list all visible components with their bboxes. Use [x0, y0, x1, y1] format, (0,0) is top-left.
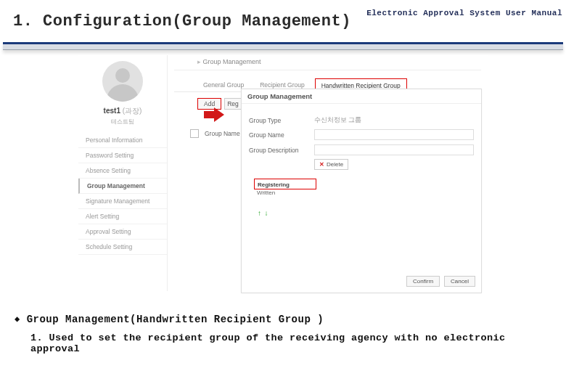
move-down-icon[interactable]: ↓	[264, 209, 269, 217]
group-popup: Group Management Group Type 수신처정보 그룹 Gro…	[241, 89, 482, 293]
order-controls: ↑ ↓	[257, 209, 474, 217]
header-divider	[3, 42, 563, 50]
row-group-desc: Group Description	[249, 142, 474, 158]
input-group-name[interactable]	[314, 129, 474, 140]
breadcrumb: Group Management	[174, 55, 481, 70]
avatar	[102, 61, 143, 102]
slide-title: 1. Configuration(Group Management)	[13, 12, 351, 30]
section-heading-text: Group Management(Handwritten Recipient G…	[27, 314, 324, 325]
highlight-arrow-icon	[204, 108, 224, 121]
popup-footer: Confirm Cancel	[406, 276, 475, 287]
diamond-bullet-icon: ◆	[15, 314, 20, 324]
close-icon: ✕	[319, 161, 324, 168]
label-group-desc: Group Description	[249, 147, 314, 154]
user-name: test1 (과장)	[78, 106, 167, 116]
sidebar-item-signature[interactable]: Signature Management	[78, 194, 167, 209]
sidebar-item-password[interactable]: Password Setting	[78, 148, 167, 163]
screenshot: test1 (과장) 테스트팀 Personal Information Pas…	[78, 55, 488, 291]
sidebar-item-alert[interactable]: Alert Setting	[78, 209, 167, 224]
section-heading: ◆ Group Management(Handwritten Recipient…	[15, 314, 555, 325]
list-header: Group Name	[190, 129, 240, 138]
registering-section: Registering	[254, 179, 316, 189]
popup-tabs	[242, 104, 481, 113]
body-text: ◆ Group Management(Handwritten Recipient…	[15, 314, 555, 354]
sidebar-list: Personal Information Password Setting Ab…	[78, 133, 167, 255]
label-group-name: Group Name	[249, 131, 314, 139]
row-group-type: Group Type 수신처정보 그룹	[249, 114, 474, 127]
popup-body: Group Type 수신처정보 그룹 Group Name Group Des…	[242, 113, 481, 217]
cancel-button[interactable]: Cancel	[444, 276, 475, 287]
reg-button[interactable]: Reg	[224, 98, 242, 110]
select-all-checkbox[interactable]	[190, 129, 199, 138]
popup-title: Group Management	[242, 89, 481, 104]
popup-tab-type	[246, 108, 256, 113]
value-group-type: 수신처정보 그룹	[314, 116, 474, 125]
sidebar-item-absence[interactable]: Absence Setting	[78, 163, 167, 179]
move-up-icon[interactable]: ↑	[257, 209, 262, 217]
user-name-suffix: (과장)	[123, 107, 142, 115]
registering-label: Registering	[258, 181, 313, 188]
sidebar: test1 (과장) 테스트팀 Personal Information Pas…	[78, 55, 168, 291]
label-group-type: Group Type	[249, 117, 314, 124]
input-group-desc[interactable]	[314, 144, 474, 155]
list-header-label: Group Name	[205, 130, 240, 137]
user-name-main: test1	[104, 107, 120, 115]
delete-button[interactable]: ✕ Delete	[314, 159, 348, 170]
slide-header: 1. Configuration(Group Management) Elect…	[0, 0, 566, 42]
sidebar-item-approval[interactable]: Approval Setting	[78, 224, 167, 240]
sidebar-item-group-mgmt[interactable]: Group Management	[78, 179, 167, 194]
confirm-button[interactable]: Confirm	[406, 276, 440, 287]
sidebar-item-schedule[interactable]: Schedule Setting	[78, 240, 167, 255]
written-label: Written	[257, 189, 474, 196]
user-dept: 테스트팀	[78, 118, 167, 126]
delete-label: Delete	[327, 161, 343, 168]
section-line-1: 1. Used to set the recipient group of th…	[15, 332, 555, 354]
sidebar-item-personal-info[interactable]: Personal Information	[78, 133, 167, 148]
manual-subtitle: Electronic Approval System User Manual	[366, 9, 562, 17]
row-group-name: Group Name	[249, 127, 474, 142]
